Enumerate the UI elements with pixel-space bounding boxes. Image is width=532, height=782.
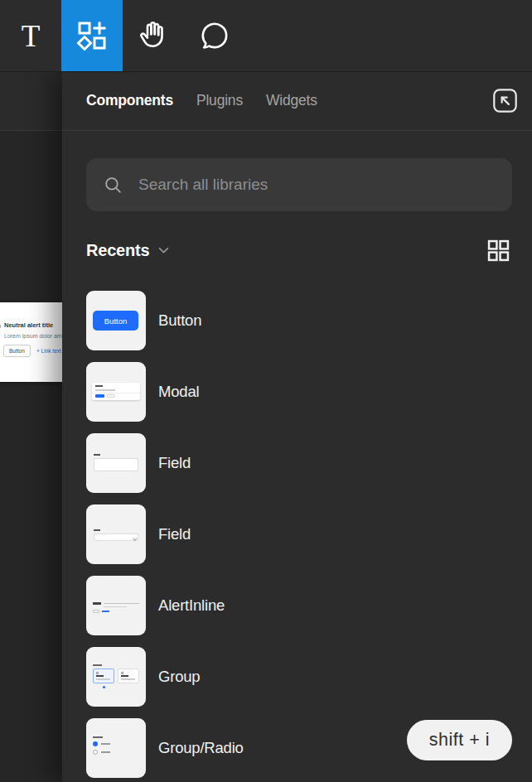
canvas-top-strip <box>0 72 62 131</box>
comment-icon <box>198 19 231 52</box>
component-list-item-button[interactable]: Button Button <box>86 291 512 350</box>
component-label: Field <box>158 454 191 472</box>
alert-link: + Link text <box>36 348 61 354</box>
search-bar[interactable] <box>86 158 512 211</box>
component-list-item-group[interactable]: Group <box>86 647 512 707</box>
recents-dropdown[interactable]: Recents <box>86 241 169 260</box>
hand-tool-button[interactable] <box>123 0 184 71</box>
alert-body: Lorem ipsum dolor amet conse <box>4 333 65 339</box>
tab-plugins[interactable]: Plugins <box>196 92 243 109</box>
assets-icon <box>75 18 109 53</box>
text-icon: T <box>22 21 41 51</box>
component-list-item-alertinline[interactable]: AlertInline <box>86 576 512 635</box>
group-radio-thumbnail <box>86 718 146 778</box>
component-list-item-field-2[interactable]: Field <box>86 504 512 564</box>
component-list-item-field[interactable]: Field <box>86 433 512 493</box>
modal-thumbnail <box>86 362 146 422</box>
search-icon <box>104 176 123 195</box>
shortcut-hint-pill: shift + i <box>407 720 512 760</box>
component-label: AlertInline <box>158 596 225 615</box>
assets-tool-button[interactable] <box>61 0 123 71</box>
search-input[interactable] <box>137 175 495 195</box>
button-thumbnail: Button <box>86 291 146 350</box>
grid-view-button[interactable] <box>485 238 512 263</box>
alert-title: Neutral alert title <box>4 321 53 329</box>
component-list-item-modal[interactable]: Modal <box>86 362 512 422</box>
mini-modal-preview <box>92 383 140 400</box>
component-label: Field <box>158 525 191 543</box>
component-label: Group <box>158 668 200 686</box>
alert-button: Button <box>3 345 31 357</box>
panel-body: Recents <box>62 131 532 782</box>
group-thumbnail <box>86 647 146 707</box>
popout-button[interactable] <box>490 85 520 116</box>
component-label: Button <box>158 311 201 330</box>
canvas-area[interactable]: Neutral alert title Lorem ipsum dolor am… <box>0 72 62 782</box>
recents-row: Recents <box>86 238 512 263</box>
field-select-thumbnail <box>86 504 146 564</box>
components-panel: Components Plugins Widgets <box>62 71 532 782</box>
chevron-down-icon <box>158 247 169 254</box>
hand-icon <box>136 18 171 53</box>
comment-tool-button[interactable] <box>184 0 245 71</box>
tab-components[interactable]: Components <box>86 92 173 109</box>
component-list: Button Button Modal Field <box>86 291 512 778</box>
field-thumbnail <box>86 433 146 493</box>
mini-button-label: Button <box>104 316 127 326</box>
component-label: Group/Radio <box>158 739 244 757</box>
info-icon <box>0 322 1 331</box>
text-tool-button[interactable]: T <box>0 0 61 71</box>
grid-view-icon <box>486 239 510 262</box>
tab-widgets[interactable]: Widgets <box>266 92 317 109</box>
recents-label: Recents <box>86 241 149 260</box>
toolbar: T <box>0 0 532 72</box>
panel-header: Components Plugins Widgets <box>62 71 532 131</box>
alert-inline-thumbnail <box>86 576 146 635</box>
popout-icon <box>491 87 519 114</box>
mini-button-preview: Button <box>93 311 138 331</box>
component-label: Modal <box>158 383 199 401</box>
canvas-alert-card[interactable]: Neutral alert title Lorem ipsum dolor am… <box>0 302 68 382</box>
